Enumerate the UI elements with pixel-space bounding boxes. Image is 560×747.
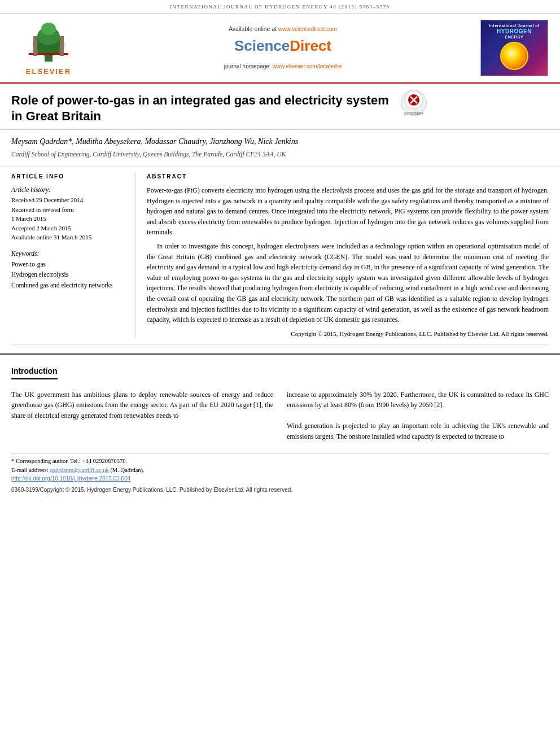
journal-cover-image (500, 42, 528, 70)
abstract-text: Power-to-gas (PtG) converts electricity … (147, 185, 549, 325)
journal-cover-area: International Journal of HYDROGEN ENERGY (478, 19, 551, 77)
abstract-column: Abstract Power-to-gas (PtG) converts ele… (147, 173, 549, 338)
bottom-copyright: 0360-3199/Copyright © 2015, Hydrogen Ene… (11, 486, 549, 494)
journal-url[interactable]: www.elsevier.com/locate/he (272, 63, 342, 69)
introduction-body: The UK government has ambitious plans to… (11, 390, 549, 442)
svg-rect-6 (60, 36, 64, 56)
introduction-text-2: increase to approximately 30% by 2020. F… (287, 390, 549, 410)
crossmark-badge[interactable]: CrossMark (401, 90, 429, 118)
elsevier-logo-area: ELSEVIER (9, 19, 88, 77)
elsevier-logo: ELSEVIER (23, 19, 74, 77)
received-revised-label: Received in revised form (11, 205, 126, 215)
introduction-heading: Introduction (11, 366, 58, 379)
introduction-text-1: The UK government has ambitious plans to… (11, 390, 273, 421)
article-title-section: Role of power-to-gas in an integrated ga… (0, 84, 560, 130)
crossmark-icon (404, 90, 424, 110)
abstract-label: Abstract (147, 173, 549, 181)
authors-list: Meysam Qadrdan*, Muditha Abeysekera, Mod… (11, 136, 549, 147)
section-divider (11, 344, 549, 344)
elsevier-tree-icon (23, 19, 74, 64)
journal-title: International Journal of Hydrogen Energy… (170, 4, 390, 10)
available-online-text: Available online at www.sciencedirect.co… (229, 25, 337, 33)
corresponding-author: * Corresponding author. Tel.: +44 029208… (11, 457, 549, 466)
abstract-copyright: Copyright © 2015, Hydrogen Energy Public… (147, 330, 549, 338)
crossmark-inner: CrossMark (401, 90, 427, 116)
journal-homepage-line: journal homepage: www.elsevier.com/locat… (224, 63, 342, 71)
article-info-label: Article Info (11, 173, 126, 181)
introduction-section: Introduction The UK government has ambit… (0, 353, 560, 442)
email-line: E-mail address: qadrdanm@cardiff.ac.uk (… (11, 466, 549, 475)
journal-cover-title: International Journal of HYDROGEN ENERGY (489, 24, 540, 40)
svg-point-3 (41, 23, 56, 35)
keyword-3: Combined gas and electricity networks (11, 280, 126, 290)
doi-link[interactable]: http://dx.doi.org/10.1016/j.ijhydene.201… (11, 475, 549, 483)
title-row: Role of power-to-gas in an integrated ga… (11, 93, 549, 125)
keywords-label: Keywords: (11, 249, 126, 258)
elsevier-text: ELSEVIER (26, 67, 71, 77)
authors-section: Meysam Qadrdan*, Muditha Abeysekera, Mod… (0, 130, 560, 162)
keyword-2: Hydrogen electrolysis (11, 269, 126, 279)
sciencedirect-url[interactable]: www.sciencedirect.com (278, 26, 337, 32)
keyword-1: Power-to-gas (11, 259, 126, 269)
sciencedirect-area: Available online at www.sciencedirect.co… (94, 19, 472, 77)
introduction-col-right: increase to approximately 30% by 2020. F… (287, 390, 549, 442)
sciencedirect-logo: ScienceDirect (234, 36, 331, 56)
introduction-col-left: The UK government has ambitious plans to… (11, 390, 273, 442)
journal-cover: International Journal of HYDROGEN ENERGY (480, 20, 548, 76)
abstract-paragraph-1: Power-to-gas (PtG) converts electricity … (147, 185, 549, 238)
available-online-date: Available online 31 March 2015 (11, 233, 126, 242)
keywords-section: Keywords: Power-to-gas Hydrogen electrol… (11, 249, 126, 290)
abstract-paragraph-2: In order to investigate this concept, hy… (147, 241, 549, 325)
email-link[interactable]: qadrdanm@cardiff.ac.uk (50, 467, 109, 473)
article-history-title: Article history: (11, 185, 126, 194)
affiliation-text: Cardiff School of Engineering, Cardiff U… (11, 150, 549, 159)
journal-header: International Journal of Hydrogen Energy… (0, 0, 560, 14)
svg-rect-5 (33, 36, 37, 56)
article-info-column: Article Info Article history: Received 2… (11, 173, 135, 338)
article-history: Article history: Received 29 December 20… (11, 185, 126, 242)
article-info-abstract-section: Article Info Article history: Received 2… (0, 167, 560, 338)
footnotes-section: * Corresponding author. Tel.: +44 029208… (11, 453, 549, 483)
accepted-date: Accepted 2 March 2015 (11, 224, 126, 233)
introduction-text-3: Wind generation is projected to play an … (287, 421, 549, 442)
received-date: Received 29 December 2014 (11, 195, 126, 205)
publisher-header: ELSEVIER Available online at www.science… (0, 14, 560, 84)
article-title: Role of power-to-gas in an integrated ga… (11, 93, 395, 125)
revised-date: 1 March 2015 (11, 214, 126, 224)
